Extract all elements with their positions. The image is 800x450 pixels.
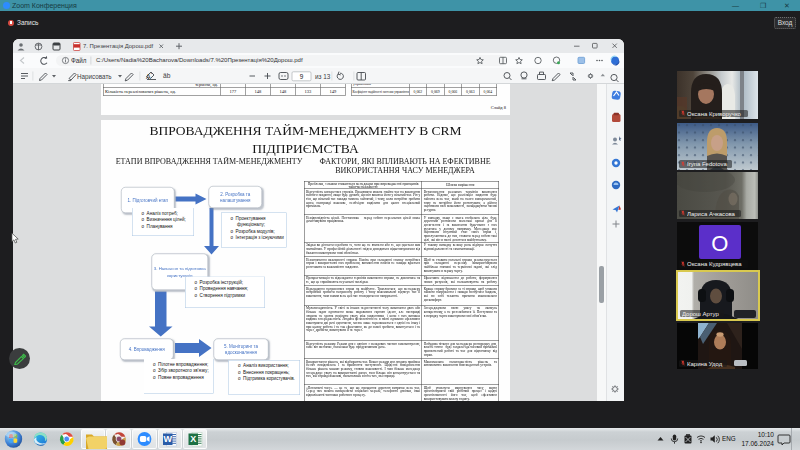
svg-text:X: X [190,434,196,444]
svg-text:W: W [163,434,172,444]
